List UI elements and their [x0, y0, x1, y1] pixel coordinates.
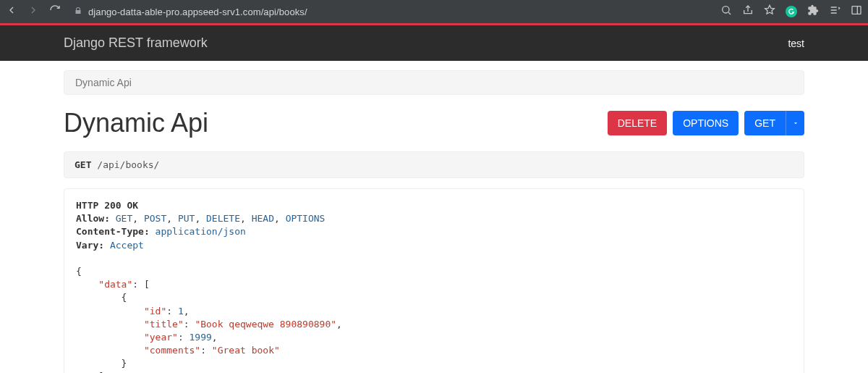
star-icon[interactable] [764, 4, 775, 19]
action-buttons: DELETE OPTIONS GET [608, 111, 804, 135]
page-title: Dynamic Api [64, 108, 208, 138]
drf-user-menu[interactable]: test [788, 38, 804, 49]
back-icon[interactable] [6, 4, 17, 19]
get-button[interactable]: GET [744, 111, 786, 135]
share-icon[interactable] [742, 4, 754, 19]
svg-point-0 [723, 7, 729, 13]
request-info: GET /api/books/ [64, 151, 804, 178]
grammarly-icon[interactable] [786, 6, 797, 17]
side-panel-icon[interactable] [851, 4, 862, 19]
request-method: GET [75, 159, 91, 170]
breadcrumb: Dynamic Api [64, 70, 804, 95]
drf-navbar: Django REST framework test [0, 25, 868, 61]
reload-icon[interactable] [49, 4, 61, 19]
delete-button[interactable]: DELETE [608, 111, 667, 135]
address-bar[interactable]: django-datta-able-pro.appseed-srv1.com/a… [69, 5, 712, 18]
request-path: /api/books/ [97, 159, 159, 170]
get-dropdown-toggle[interactable] [786, 111, 804, 135]
response-box: HTTP 200 OK Allow: GET, POST, PUT, DELET… [64, 188, 804, 373]
get-button-group: GET [744, 111, 804, 135]
browser-toolbar: django-datta-able-pro.appseed-srv1.com/a… [0, 0, 868, 23]
extensions-icon[interactable] [807, 4, 819, 19]
nav-icons [6, 4, 61, 19]
chevron-down-icon [792, 117, 799, 129]
chrome-actions [720, 4, 862, 19]
svg-rect-1 [852, 7, 861, 14]
forward-icon[interactable] [27, 4, 39, 19]
lock-icon [74, 5, 82, 18]
url-text: django-datta-able-pro.appseed-srv1.com/a… [88, 7, 307, 17]
drf-brand[interactable]: Django REST framework [64, 35, 208, 51]
zoom-icon[interactable] [720, 4, 732, 19]
reading-list-icon[interactable] [829, 4, 841, 19]
breadcrumb-item[interactable]: Dynamic Api [75, 77, 132, 88]
options-button[interactable]: OPTIONS [673, 111, 739, 135]
title-row: Dynamic Api DELETE OPTIONS GET [64, 108, 804, 138]
